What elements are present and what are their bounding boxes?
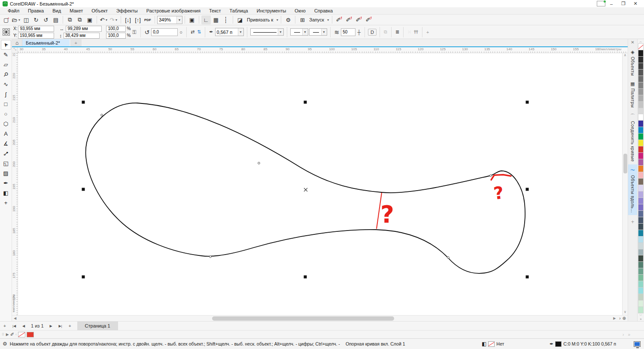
selected-curve-object[interactable] bbox=[86, 103, 525, 273]
smoothing-slider-icon[interactable]: ┼ bbox=[356, 30, 361, 35]
selection-handle[interactable] bbox=[526, 101, 529, 104]
palette-swatch-f7b6ba[interactable] bbox=[638, 172, 644, 179]
paste-button[interactable]: ▣ bbox=[85, 15, 94, 24]
lock-ratio-icon[interactable]: ⚿ bbox=[131, 29, 137, 35]
snap-to-button[interactable]: Привязать к bbox=[245, 17, 275, 22]
x-position-input[interactable] bbox=[18, 26, 54, 32]
propbar-add-icon[interactable]: + bbox=[425, 30, 430, 35]
palette-swatch-548070[interactable] bbox=[638, 261, 644, 268]
color-proof-monitor-icon[interactable] bbox=[634, 341, 641, 347]
palette-swatch-b6aae0[interactable] bbox=[638, 191, 644, 198]
palette-swatch-00a551[interactable] bbox=[638, 133, 644, 140]
polygon-tool[interactable]: ⬡ bbox=[1, 119, 11, 129]
docker-close-icon[interactable]: ✕ bbox=[631, 40, 634, 47]
width-input[interactable] bbox=[66, 26, 102, 32]
connector-tool[interactable]: ⊶ bbox=[1, 149, 11, 158]
curve-node[interactable] bbox=[101, 114, 103, 116]
palette-swatch-ffffff[interactable] bbox=[638, 114, 644, 121]
menu-таблица[interactable]: Таблица bbox=[225, 8, 252, 14]
customize-tool[interactable]: + bbox=[1, 198, 11, 208]
palette-swatch-dcefdd[interactable] bbox=[638, 300, 644, 307]
launcher-window-icon[interactable]: ⊞ bbox=[298, 15, 307, 24]
palette-swatch-1581a0[interactable] bbox=[638, 230, 644, 237]
horizontal-scrollbar[interactable]: ◀ ▶ › ⊕ bbox=[12, 315, 628, 321]
selection-handle[interactable] bbox=[526, 188, 529, 191]
status-gear-icon[interactable]: ⚙ bbox=[3, 341, 7, 347]
palette-none-swatch[interactable] bbox=[638, 43, 644, 50]
palette-swatch-d2312d[interactable] bbox=[638, 146, 644, 153]
launch-dropdown-icon[interactable]: ▼ bbox=[327, 18, 330, 21]
ruler-corner[interactable]: ⤡ bbox=[12, 47, 18, 53]
show-grid-button[interactable]: ▦ bbox=[211, 15, 221, 24]
palette-expand-more-icon[interactable]: » bbox=[640, 317, 642, 321]
snap-off-icon[interactable]: ◪ bbox=[235, 15, 245, 24]
text-wrap-icon[interactable]: ≣ bbox=[395, 29, 400, 35]
palette-swatch-a0b3b7[interactable] bbox=[638, 249, 644, 256]
menu-правка[interactable]: Правка bbox=[24, 8, 48, 14]
docker-tab-объекты[interactable]: ◈Объекты bbox=[628, 47, 638, 79]
y-position-input[interactable] bbox=[18, 33, 54, 39]
ellipse-tool[interactable]: ○ bbox=[1, 109, 11, 119]
menu-макет[interactable]: Макет bbox=[65, 8, 87, 14]
palette-swatch-aeaeae[interactable] bbox=[638, 95, 644, 102]
workspace-tool-1-icon[interactable]: ✐↺ bbox=[334, 15, 344, 24]
minimize-button[interactable]: – bbox=[605, 0, 617, 7]
line-style-combo[interactable]: ▼ bbox=[250, 28, 284, 36]
menu-текст[interactable]: Текст bbox=[205, 8, 225, 14]
dimension-tool[interactable]: ∡ bbox=[1, 139, 11, 149]
artistic-media-tool[interactable]: ʃ bbox=[1, 89, 11, 99]
docker-tab-соединить-кривые[interactable]: ⌒Соединить кривые bbox=[628, 110, 638, 164]
curve-node[interactable] bbox=[447, 257, 450, 259]
palette-swatch-39309e[interactable] bbox=[638, 120, 644, 127]
next-page-icon[interactable]: ▶ bbox=[46, 322, 56, 330]
sync-download-icon[interactable]: ↻ bbox=[31, 15, 41, 24]
palette-swatch-96dfe1[interactable] bbox=[638, 287, 644, 294]
outline-width-combo[interactable]: ▼ bbox=[215, 28, 244, 36]
palette-swatch-989898[interactable] bbox=[638, 88, 644, 95]
palette-swatch-6ba28d[interactable] bbox=[638, 268, 644, 275]
palette-swatch-ddd7f1[interactable] bbox=[638, 185, 644, 191]
options-gear-icon[interactable]: ⚙ bbox=[283, 15, 293, 24]
outline-width-input[interactable] bbox=[216, 28, 238, 36]
palette-swatch-47566c[interactable] bbox=[638, 217, 644, 224]
palette-swatch-7bbd9b[interactable] bbox=[638, 274, 644, 281]
outline-width-dropdown-icon[interactable]: ▼ bbox=[238, 28, 243, 36]
prev-page-icon[interactable]: ◀ bbox=[19, 322, 28, 330]
palette-swatch-90d8c7[interactable] bbox=[638, 281, 644, 288]
drop-shadow-tool[interactable]: ◱ bbox=[1, 158, 11, 168]
palette-swatch-414141[interactable] bbox=[638, 63, 644, 70]
docker-add-icon[interactable]: + bbox=[631, 219, 635, 225]
palette-swatch-9184d1[interactable] bbox=[638, 197, 644, 204]
shape-tool[interactable]: ✎ bbox=[1, 50, 11, 60]
home-tab-icon[interactable]: ⌂ bbox=[12, 39, 22, 46]
doc-palette-none-swatch[interactable] bbox=[18, 332, 25, 337]
freehand-tool[interactable]: ∿ bbox=[1, 79, 11, 89]
menu-окно[interactable]: Окно bbox=[290, 8, 310, 14]
new-document-button[interactable]: ▢+ bbox=[2, 15, 11, 24]
open-button[interactable]: 🗁▼ bbox=[12, 15, 21, 24]
crop-tool[interactable]: ▱ bbox=[1, 60, 11, 70]
vertical-scroll-thumb[interactable] bbox=[623, 154, 627, 173]
scale-y-input[interactable] bbox=[106, 33, 126, 39]
selection-handle[interactable] bbox=[82, 276, 85, 279]
palette-swatch-dadada[interactable] bbox=[638, 108, 644, 115]
palette-swatch-7a6cc3[interactable] bbox=[638, 204, 644, 211]
scroll-left-icon[interactable]: ◀ bbox=[12, 316, 18, 320]
horizontal-scroll-thumb[interactable] bbox=[212, 316, 394, 321]
zoom-level-input[interactable] bbox=[158, 16, 176, 24]
faders-icon[interactable]: ⫯⫯ bbox=[413, 29, 419, 35]
horizontal-ruler[interactable]: 3035404550556065707580859095100105110115… bbox=[18, 47, 628, 53]
close-button[interactable]: ✕ bbox=[629, 0, 641, 7]
eyedropper-tool[interactable]: ✒ bbox=[1, 178, 11, 188]
palette-scroll-down-icon[interactable]: ﹀ bbox=[639, 313, 642, 317]
menu-растровые-изображения[interactable]: Растровые изображения bbox=[142, 8, 205, 14]
zoom-tool[interactable]: ⚲ bbox=[1, 70, 11, 79]
scroll-right-icon[interactable]: ▶ bbox=[611, 316, 617, 320]
interactive-fill-tool[interactable]: ◧ bbox=[1, 188, 11, 198]
menu-вид[interactable]: Вид bbox=[48, 8, 65, 14]
palette-swatch-f2e72c[interactable] bbox=[638, 140, 644, 146]
smoothing-input[interactable] bbox=[341, 28, 355, 36]
zoom-dropdown-icon[interactable]: ▼ bbox=[176, 16, 182, 24]
docker-tab-палитры[interactable]: ▦Палитры bbox=[628, 79, 638, 110]
palette-swatch-575757[interactable] bbox=[638, 69, 644, 76]
